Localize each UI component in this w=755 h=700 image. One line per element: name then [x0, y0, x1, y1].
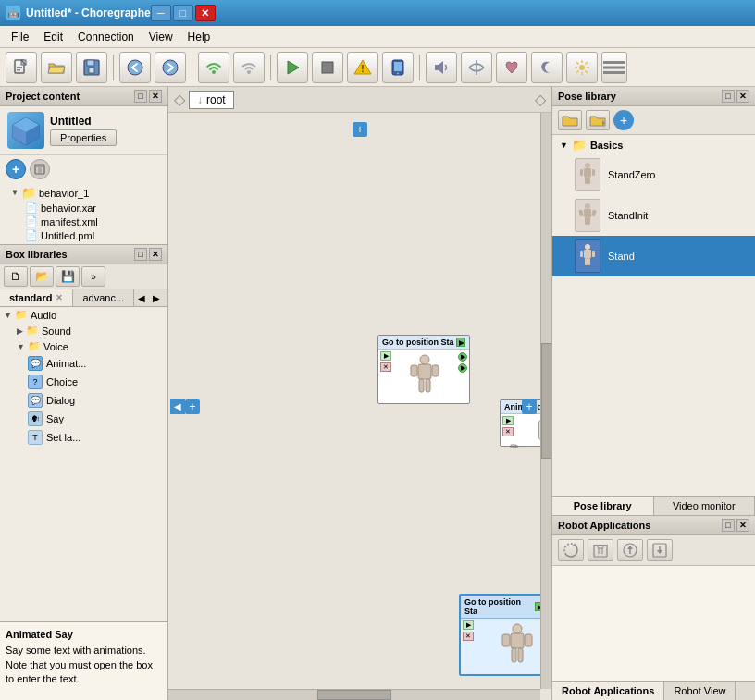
box-item-say[interactable]: 🗣 Say	[0, 410, 167, 428]
tree-item-behavior1[interactable]: ▼ 📁 behavior_1	[4, 185, 164, 201]
say-play-ctrl[interactable]: ▶	[502, 416, 514, 425]
minimize-button[interactable]: ─	[151, 5, 171, 21]
box-item-dialog[interactable]: 💬 Dialog	[0, 391, 167, 410]
sep2	[192, 55, 192, 80]
lib-tab-standard-close[interactable]: ✕	[56, 293, 63, 302]
box-item-setla[interactable]: T Set la...	[0, 428, 167, 447]
lib-tab-standard[interactable]: standard ✕	[0, 289, 73, 306]
stop-button[interactable]	[312, 52, 343, 83]
back-button[interactable]	[119, 52, 151, 83]
box-lib-open-button[interactable]: 📂	[30, 266, 54, 287]
canvas-add-right[interactable]: +	[522, 399, 537, 414]
add-item-button[interactable]: +	[6, 159, 26, 179]
forward-button[interactable]	[155, 52, 186, 83]
sound-button[interactable]	[426, 52, 457, 83]
bottom-tab-robotapps[interactable]: Robot Applications	[552, 682, 664, 700]
tablet-button[interactable]	[382, 52, 414, 83]
robot-app-delete-button[interactable]	[588, 539, 613, 561]
goto2-play-ctrl[interactable]: ▶	[463, 620, 474, 630]
project-content-label: Project content	[6, 91, 80, 102]
panel-close-button[interactable]: ✕	[149, 90, 162, 103]
box-lib-new-button[interactable]: 🗋	[4, 266, 28, 287]
bottom-tab-robotview[interactable]: Robot View	[664, 682, 736, 700]
menu-help[interactable]: Help	[180, 29, 218, 45]
tree-item-untitled-pml[interactable]: 📄 Untitled.pml	[4, 228, 164, 242]
canvas-nav-left[interactable]: ◀	[170, 399, 185, 414]
canvas-add-left[interactable]: +	[185, 399, 200, 414]
open-project-button[interactable]	[41, 52, 72, 83]
main-layout: Project content □ ✕	[0, 87, 755, 700]
box-category-audio[interactable]: ▼ 📁 Audio	[0, 307, 167, 323]
pose-add-button[interactable]: +	[613, 110, 634, 130]
pose-open-button[interactable]	[558, 110, 582, 130]
canvas-scroll-thumb-v[interactable]	[541, 343, 551, 459]
delete-item-button[interactable]	[30, 159, 50, 179]
robot-apps-close-button[interactable]: ✕	[736, 519, 749, 532]
svg-point-63	[585, 244, 590, 250]
flow-box-goto2[interactable]: Go to position Sta ▶ ▶ ▶ ✕	[459, 594, 551, 676]
wind-button[interactable]	[461, 52, 492, 83]
goto2-stop-ctrl[interactable]: ✕	[463, 632, 474, 641]
connect-wifi-button[interactable]	[198, 52, 229, 83]
menu-connection[interactable]: Connection	[70, 29, 142, 45]
pose-lib-float-button[interactable]: □	[722, 90, 735, 103]
menu-bars-button[interactable]	[601, 52, 627, 83]
pose-item-stand[interactable]: Stand	[552, 236, 755, 276]
robot-app-refresh-button[interactable]	[558, 539, 584, 561]
canvas-add-top[interactable]: +	[353, 122, 367, 137]
pose-tab-videomonitor[interactable]: Video monitor	[654, 497, 756, 515]
box-lib-more-button[interactable]: »	[81, 266, 105, 287]
canvas-scroll-thumb-h[interactable]	[317, 690, 391, 700]
heart-button[interactable]	[496, 52, 527, 83]
svg-marker-18	[435, 61, 443, 74]
sun-button[interactable]	[566, 52, 598, 83]
box-item-animated-say[interactable]: 💬 Animat...	[0, 354, 167, 373]
menu-edit[interactable]: Edit	[36, 29, 70, 45]
canvas-scrollbar-v[interactable]	[540, 113, 551, 689]
pose-item-standinit[interactable]: StandInit	[552, 195, 755, 236]
connect-wave-button[interactable]	[233, 52, 265, 83]
moon-button[interactable]	[531, 52, 563, 83]
stand-robot-icon	[575, 239, 600, 273]
tree-item-manifest[interactable]: 📄 manifest.xml	[4, 215, 164, 228]
new-project-button[interactable]	[6, 52, 37, 83]
box-item-choice[interactable]: ? Choice	[0, 373, 167, 391]
goto1-stop-ctrl[interactable]: ✕	[380, 362, 391, 372]
lib-tab-right-arrow[interactable]: ▶	[149, 290, 164, 306]
menu-file[interactable]: File	[4, 29, 36, 45]
box-category-sound[interactable]: ▶ 📁 Sound	[0, 323, 167, 338]
menu-view[interactable]: View	[142, 29, 180, 45]
box-lib-float-button[interactable]: □	[134, 248, 147, 261]
svg-rect-29	[603, 66, 625, 68]
flow-box-goto1[interactable]: Go to position Sta ▶ ▶ ✕	[378, 335, 470, 404]
panel-float-button[interactable]: □	[134, 90, 147, 103]
box-lib-close-button[interactable]: ✕	[149, 248, 162, 261]
lib-tab-advanced[interactable]: advanc...	[73, 289, 134, 306]
maximize-button[interactable]: □	[173, 5, 193, 21]
robot-apps-float-button[interactable]: □	[722, 519, 735, 532]
play-button[interactable]	[277, 52, 308, 83]
pose-folder2-button[interactable]	[586, 110, 610, 130]
warning-button[interactable]: !	[347, 52, 378, 83]
pose-lib-close-button[interactable]: ✕	[736, 90, 749, 103]
lib-tab-left-arrow[interactable]: ◀	[134, 290, 149, 306]
pose-lib-header-buttons: □ ✕	[722, 90, 749, 103]
pose-item-standzero[interactable]: StandZero	[552, 154, 755, 195]
flow-canvas[interactable]: ◀ + + + Go to position Sta ▶ ▶ ✕	[168, 113, 551, 700]
say-stop-ctrl[interactable]: ✕	[502, 427, 514, 436]
canvas-scrollbar-h[interactable]	[168, 689, 540, 700]
robot-app-download-button[interactable]	[647, 539, 673, 561]
basics-expand-icon: ▼	[560, 141, 568, 150]
box-lib-save-button[interactable]: 💾	[56, 266, 80, 287]
flow-box-goto1-port: ▶	[456, 338, 465, 347]
pose-tab-poselibrary[interactable]: Pose library	[552, 497, 654, 515]
box-category-voice[interactable]: ▼ 📁 Voice	[0, 338, 167, 354]
goto1-play-ctrl[interactable]: ▶	[380, 351, 391, 361]
svg-rect-58	[584, 209, 591, 217]
tree-item-behaviorxar[interactable]: 📄 behavior.xar	[4, 201, 164, 215]
close-button[interactable]: ✕	[195, 5, 216, 21]
pose-section-basics-header[interactable]: ▼ 📁 Basics	[560, 138, 748, 152]
save-project-button[interactable]	[76, 52, 107, 83]
robot-app-upload-button[interactable]	[617, 539, 643, 561]
properties-button[interactable]: Properties	[50, 129, 117, 146]
